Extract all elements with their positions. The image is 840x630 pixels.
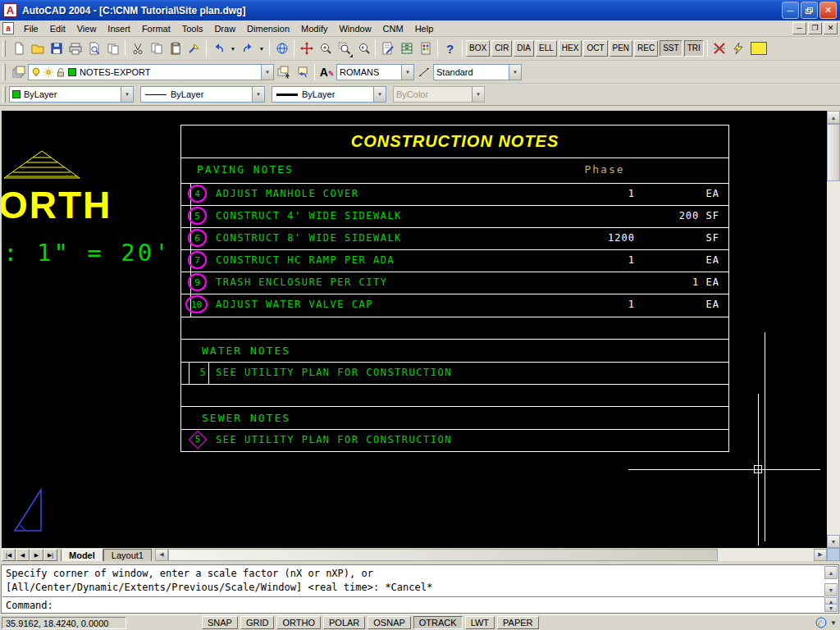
layer-combo[interactable]: NOTES-EXPORT ▼ xyxy=(28,64,274,80)
toggle-ortho[interactable]: ORTHO xyxy=(276,616,321,629)
toggle-lwt[interactable]: LWT xyxy=(465,616,495,629)
zoom-previous-button[interactable] xyxy=(354,39,372,58)
menu-modify[interactable]: Modify xyxy=(295,22,333,35)
cnm-color-swatch-button[interactable] xyxy=(751,42,767,55)
toggle-otrack[interactable]: OTRACK xyxy=(413,616,463,629)
redo-button[interactable] xyxy=(238,39,257,58)
save-button[interactable] xyxy=(47,39,66,58)
insert-hyperlink-button[interactable] xyxy=(272,39,291,58)
match-properties-button[interactable] xyxy=(185,39,203,58)
layer-color-swatch[interactable] xyxy=(68,68,76,76)
cnm-ell-button[interactable]: ELL xyxy=(536,40,557,57)
cnm-rec-button[interactable]: REC xyxy=(634,40,658,57)
text-style-field[interactable]: ROMANS xyxy=(340,67,399,77)
tool-palettes-button[interactable] xyxy=(416,39,435,58)
linetype-field[interactable]: ByLayer xyxy=(171,89,250,99)
command-prompt-line[interactable]: Command: xyxy=(2,596,824,612)
menu-tools[interactable]: Tools xyxy=(176,22,209,35)
toolbar-grip[interactable] xyxy=(2,40,6,57)
toggle-polar[interactable]: POLAR xyxy=(323,616,365,629)
linetype-dropdown[interactable]: ▼ xyxy=(252,87,264,102)
cnm-sst-button[interactable]: SST xyxy=(660,40,682,57)
scroll-up-button[interactable]: ▲ xyxy=(827,111,840,124)
menu-draw[interactable]: Draw xyxy=(208,22,241,35)
paste-button[interactable] xyxy=(166,39,185,58)
canvas-horizontal-scrollbar[interactable]: ◀ ▶ xyxy=(155,549,827,561)
cnm-box-button[interactable]: BOX xyxy=(466,40,490,57)
command-prompt-scrollbar[interactable]: ▲ ▼ xyxy=(824,597,838,612)
text-style-combo[interactable]: ROMANS ▼ xyxy=(336,64,414,80)
scrollbar-thumb[interactable] xyxy=(168,549,718,561)
autocad-app-icon[interactable]: A xyxy=(3,3,17,17)
new-button[interactable] xyxy=(9,39,28,58)
prev-tab-button[interactable]: ◀ xyxy=(16,549,30,561)
color-combo[interactable]: ByLayer ▼ xyxy=(9,86,134,103)
restore-button[interactable] xyxy=(801,2,818,19)
communication-center-icon[interactable] xyxy=(815,617,827,628)
plot-button[interactable] xyxy=(66,39,84,58)
first-tab-button[interactable]: |◀ xyxy=(2,549,16,561)
toggle-paper[interactable]: PAPER xyxy=(497,616,538,629)
cnm-erase-button[interactable] xyxy=(710,39,729,58)
mdi-restore-button[interactable]: ❐ xyxy=(808,22,822,34)
toggle-grid[interactable]: GRID xyxy=(240,616,275,629)
lineweight-dropdown[interactable]: ▼ xyxy=(373,87,386,102)
open-button[interactable] xyxy=(28,39,47,58)
zoom-realtime-button[interactable] xyxy=(316,39,335,58)
cnm-cir-button[interactable]: CIR xyxy=(491,40,512,57)
canvas-vertical-scrollbar[interactable]: ▲ ▼ xyxy=(827,111,840,548)
layer-combo-dropdown[interactable]: ▼ xyxy=(261,65,273,80)
scroll-left-button[interactable]: ◀ xyxy=(155,549,168,561)
cnm-lightning-button[interactable] xyxy=(729,39,748,58)
mdi-minimize-button[interactable]: ─ xyxy=(792,22,806,34)
menu-format[interactable]: Format xyxy=(136,22,176,35)
layer-name-field[interactable]: NOTES-EXPORT xyxy=(80,67,259,77)
undo-button[interactable] xyxy=(209,39,228,58)
linetype-combo[interactable]: ByLayer ▼ xyxy=(140,86,265,103)
command-history-scrollbar[interactable]: ▲ ▼ xyxy=(824,566,838,596)
cut-button[interactable] xyxy=(128,39,147,58)
dim-style-field[interactable]: Standard xyxy=(436,67,507,77)
designcenter-button[interactable] xyxy=(397,39,416,58)
dim-style-dropdown[interactable]: ▼ xyxy=(509,65,521,80)
publish-button[interactable] xyxy=(103,39,122,58)
menu-view[interactable]: View xyxy=(71,22,103,35)
minimize-button[interactable]: ─ xyxy=(782,2,799,19)
redo-dropdown-button[interactable]: ▼ xyxy=(257,39,267,58)
text-style-dropdown[interactable]: ▼ xyxy=(401,65,413,80)
undo-dropdown-button[interactable]: ▼ xyxy=(228,39,238,58)
drawing-canvas[interactable]: CONSTRUCTION NOTES PAVING NOTES Phase 4 … xyxy=(2,111,827,548)
layer-on-bulb-icon[interactable] xyxy=(31,67,41,77)
close-button[interactable]: ✕ xyxy=(819,2,837,19)
scroll-down-button[interactable]: ▼ xyxy=(824,583,838,596)
lineweight-combo[interactable]: ByLayer ▼ xyxy=(272,86,386,103)
drawing-file-icon[interactable]: a xyxy=(2,22,14,34)
toggle-snap[interactable]: SNAP xyxy=(202,616,238,629)
layers-button[interactable] xyxy=(9,62,28,81)
cnm-pen-button[interactable]: PEN xyxy=(609,40,633,57)
scroll-down-button[interactable]: ▼ xyxy=(827,535,840,548)
command-history[interactable]: Specify corner of window, enter a scale … xyxy=(2,566,824,596)
text-style-button[interactable]: A✎ xyxy=(317,62,336,81)
scroll-up-button[interactable]: ▲ xyxy=(824,566,838,579)
color-dropdown[interactable]: ▼ xyxy=(121,87,133,102)
cnm-dia-button[interactable]: DIA xyxy=(514,40,534,57)
cnm-oct-button[interactable]: OCT xyxy=(583,40,607,57)
menu-cnm[interactable]: CNM xyxy=(377,22,409,35)
color-field[interactable]: ByLayer xyxy=(24,89,119,99)
layer-freeze-sun-icon[interactable] xyxy=(43,67,53,77)
cnm-hex-button[interactable]: HEX xyxy=(559,40,582,57)
scroll-right-button[interactable]: ▶ xyxy=(814,549,827,561)
next-tab-button[interactable]: ▶ xyxy=(30,549,43,561)
pan-realtime-button[interactable] xyxy=(297,39,316,58)
coordinate-readout[interactable]: 35.9162, 18.4240, 0.0000 xyxy=(2,617,126,629)
toolbar-grip[interactable] xyxy=(2,86,6,103)
tab-model[interactable]: Model xyxy=(61,549,103,561)
dim-style-combo[interactable]: Standard ▼ xyxy=(433,64,522,80)
copy-button[interactable] xyxy=(147,39,166,58)
status-menu-arrow-icon[interactable]: ▼ xyxy=(830,619,837,627)
zoom-window-button[interactable] xyxy=(335,39,354,58)
scroll-down-button[interactable]: ▼ xyxy=(824,604,838,612)
dim-style-button[interactable] xyxy=(414,62,433,81)
make-layer-current-button[interactable] xyxy=(274,62,293,81)
